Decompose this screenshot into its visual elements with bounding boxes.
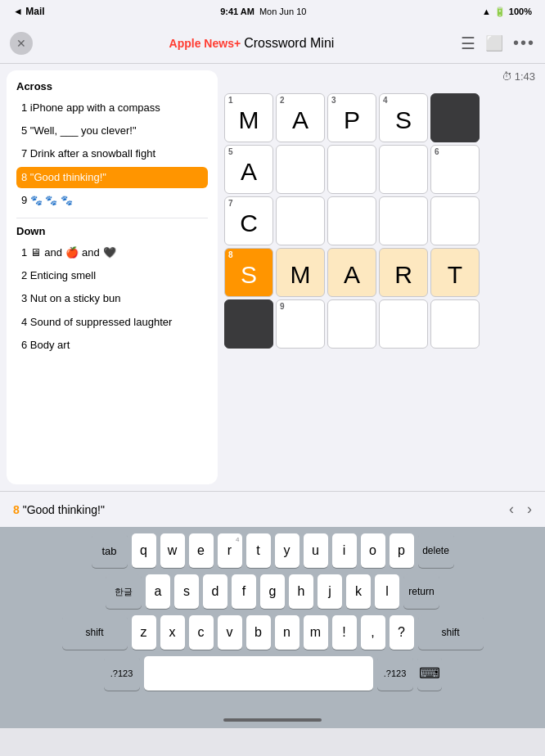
key-exclaim[interactable]: !	[332, 615, 357, 650]
key-j[interactable]: j	[318, 574, 342, 609]
key-p[interactable]: p	[390, 533, 414, 568]
cell-3-2[interactable]: A	[327, 248, 376, 297]
cell-1-1[interactable]	[276, 145, 325, 194]
cell-1-2[interactable]	[327, 145, 376, 194]
key-comma[interactable]: ,	[361, 615, 385, 650]
cell-letter-0-0: M	[239, 106, 259, 134]
space-key[interactable]	[144, 656, 373, 691]
key-r[interactable]: r4	[218, 533, 242, 568]
header-center: Apple News+ Crossword Mini	[169, 36, 335, 51]
key-m[interactable]: m	[304, 615, 328, 650]
cell-2-3[interactable]	[379, 196, 428, 245]
cell-4-2[interactable]	[327, 299, 376, 349]
clue-down-1[interactable]: 1 🖥 and 🍎 and 🖤	[16, 242, 208, 263]
device-icon[interactable]: ⬜	[485, 34, 503, 52]
cell-number-0-2: 3	[331, 97, 336, 105]
clue-down-4-number: 4	[21, 316, 30, 328]
cell-letter-0-1: A	[292, 106, 309, 134]
cell-4-1[interactable]: 9	[276, 299, 325, 349]
key-d[interactable]: d	[203, 574, 227, 609]
clue-down-4[interactable]: 4 Sound of suppressed laughter	[16, 312, 208, 333]
cell-2-0[interactable]: 7 C	[224, 196, 273, 245]
clue-down-3[interactable]: 3 Nut on a sticky bun	[16, 288, 208, 309]
puzzle-area: Across 1 iPhone app with a compass 5 "We…	[0, 64, 545, 491]
back-to-mail[interactable]: ◄ Mail	[13, 6, 45, 17]
key-b[interactable]: b	[246, 615, 271, 650]
key-question[interactable]: ?	[390, 615, 414, 650]
key-g[interactable]: g	[260, 574, 285, 609]
key-a[interactable]: a	[146, 574, 170, 609]
key-n[interactable]: n	[275, 615, 300, 650]
cell-letter-2-0: C	[240, 209, 258, 237]
key-k[interactable]: k	[346, 574, 371, 609]
cell-letter-3-4: T	[448, 261, 462, 289]
cell-2-1[interactable]	[276, 196, 325, 245]
cell-2-2[interactable]	[327, 196, 376, 245]
key-o[interactable]: o	[361, 533, 385, 568]
key-i[interactable]: i	[332, 533, 357, 568]
clue-down-4-text: Sound of suppressed laughter	[30, 316, 172, 328]
key-v[interactable]: v	[218, 615, 242, 650]
keyboard-row-3: shift z x c v b n m ! , ? shift	[3, 615, 542, 650]
cell-3-4[interactable]: T	[430, 248, 480, 297]
prev-clue-button[interactable]: ‹	[509, 501, 514, 518]
key-c[interactable]: c	[189, 615, 214, 650]
clue-across-7[interactable]: 7 Drink after a snowball fight	[16, 143, 208, 164]
key-w[interactable]: w	[160, 533, 185, 568]
keyboard-row-4: .?123 .?123 ⌨	[3, 656, 542, 691]
key-f[interactable]: f	[232, 574, 256, 609]
clue-down-6[interactable]: 6 Body art	[16, 335, 208, 356]
cell-4-3[interactable]	[379, 299, 428, 349]
clue-across-5-number: 5	[21, 124, 30, 137]
key-z[interactable]: z	[132, 615, 156, 650]
more-icon[interactable]: •••	[513, 34, 535, 52]
symbols-right-key[interactable]: .?123	[377, 656, 413, 691]
cell-number-0-0: 1	[228, 97, 233, 105]
close-button[interactable]: ✕	[10, 32, 33, 55]
cell-letter-0-3: S	[395, 106, 412, 134]
key-s[interactable]: s	[174, 574, 199, 609]
key-l[interactable]: l	[375, 574, 399, 609]
clue-across-8[interactable]: 8 "Good thinking!"	[16, 167, 208, 188]
delete-key[interactable]: delete	[418, 533, 454, 568]
cell-letter-3-0: S	[241, 261, 257, 289]
lang-key[interactable]: 한글	[106, 574, 142, 609]
cell-3-0[interactable]: 8 S	[224, 248, 273, 297]
app-header: ✕ Apple News+ Crossword Mini ☰ ⬜ •••	[0, 23, 545, 64]
tab-key[interactable]: tab	[92, 533, 128, 568]
next-clue-button[interactable]: ›	[527, 501, 532, 518]
key-y[interactable]: y	[275, 533, 300, 568]
cell-2-4[interactable]	[430, 196, 480, 245]
clue-across-9[interactable]: 9 🐾 🐾 🐾	[16, 190, 208, 211]
key-h[interactable]: h	[289, 574, 313, 609]
return-key[interactable]: return	[403, 574, 439, 609]
clue-across-5[interactable]: 5 "Well, ___ you clever!"	[16, 120, 208, 142]
cell-1-0[interactable]: 5 A	[224, 145, 273, 194]
key-q[interactable]: q	[132, 533, 156, 568]
key-x[interactable]: x	[160, 615, 185, 650]
clue-down-2[interactable]: 2 Enticing smell	[16, 265, 208, 286]
clue-across-1[interactable]: 1 iPhone app with a compass	[16, 97, 208, 119]
clues-panel: Across 1 iPhone app with a compass 5 "We…	[7, 70, 218, 484]
list-icon[interactable]: ☰	[461, 34, 475, 53]
cell-1-3[interactable]	[379, 145, 428, 194]
cell-0-0[interactable]: 1 M	[224, 93, 273, 142]
cell-0-3[interactable]: 4 S	[379, 93, 428, 142]
key-t[interactable]: t	[246, 533, 271, 568]
keyboard-hide-key[interactable]: ⌨	[417, 656, 442, 691]
cell-4-4[interactable]	[430, 299, 480, 349]
shift-left-key[interactable]: shift	[62, 615, 128, 650]
cell-letter-3-1: M	[291, 261, 311, 289]
clue-down-6-number: 6	[21, 339, 30, 351]
cell-0-2[interactable]: 3 P	[327, 93, 376, 142]
shift-right-key[interactable]: shift	[418, 615, 484, 650]
clue-across-7-text: Drink after a snowball fight	[30, 147, 155, 160]
cell-3-1[interactable]: M	[276, 248, 325, 297]
cell-0-1[interactable]: 2 A	[276, 93, 325, 142]
cell-3-3[interactable]: R	[379, 248, 428, 297]
cell-letter-3-3: R	[394, 261, 412, 289]
symbols-left-key[interactable]: .?123	[104, 656, 140, 691]
cell-1-4[interactable]: 6	[430, 145, 480, 194]
key-u[interactable]: u	[304, 533, 328, 568]
key-e[interactable]: e	[189, 533, 214, 568]
